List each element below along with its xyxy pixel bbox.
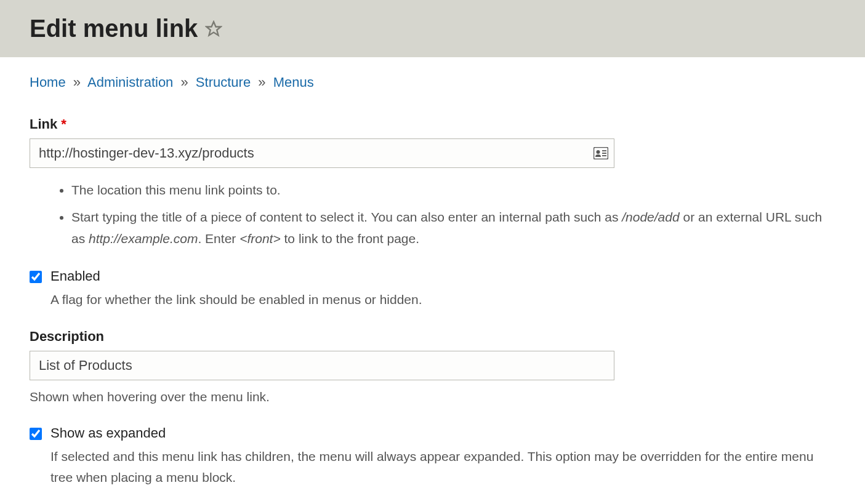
star-icon[interactable] <box>205 20 222 38</box>
expanded-label: Show as expanded <box>50 425 166 441</box>
breadcrumb-link-structure[interactable]: Structure <box>196 74 251 90</box>
form-item-expanded: Show as expanded If selected and this me… <box>30 425 835 487</box>
link-input[interactable] <box>30 138 614 168</box>
breadcrumb-link-home[interactable]: Home <box>30 74 66 90</box>
expanded-help: If selected and this menu link has child… <box>50 446 835 487</box>
breadcrumb-separator: » <box>73 74 81 90</box>
breadcrumb-link-menus[interactable]: Menus <box>273 74 314 90</box>
required-marker: * <box>61 116 66 132</box>
link-label: Link * <box>30 116 835 132</box>
form-item-enabled: Enabled A flag for whether the link shou… <box>30 268 835 310</box>
breadcrumb: Home » Administration » Structure » Menu… <box>30 74 835 90</box>
page-header: Edit menu link <box>0 0 865 57</box>
svg-marker-0 <box>207 22 221 35</box>
breadcrumb-link-administration[interactable]: Administration <box>87 74 173 90</box>
form-item-link: Link * The location this menu link point… <box>30 116 835 250</box>
link-help-1: The location this menu link points to. <box>71 179 835 201</box>
link-help-2: Start typing the title of a piece of con… <box>71 206 835 250</box>
page-title: Edit menu link <box>30 15 198 42</box>
description-help: Shown when hovering over the menu link. <box>30 386 835 407</box>
link-help-list: The location this menu link points to. S… <box>71 179 835 250</box>
breadcrumb-separator: » <box>180 74 188 90</box>
description-input[interactable] <box>30 351 614 380</box>
enabled-help: A flag for whether the link should be en… <box>50 289 835 310</box>
expanded-checkbox[interactable] <box>30 428 42 440</box>
form-item-description: Description Shown when hovering over the… <box>30 329 835 407</box>
enabled-label: Enabled <box>50 268 100 284</box>
breadcrumb-separator: » <box>258 74 265 90</box>
enabled-checkbox[interactable] <box>30 271 42 283</box>
description-label: Description <box>30 329 835 345</box>
